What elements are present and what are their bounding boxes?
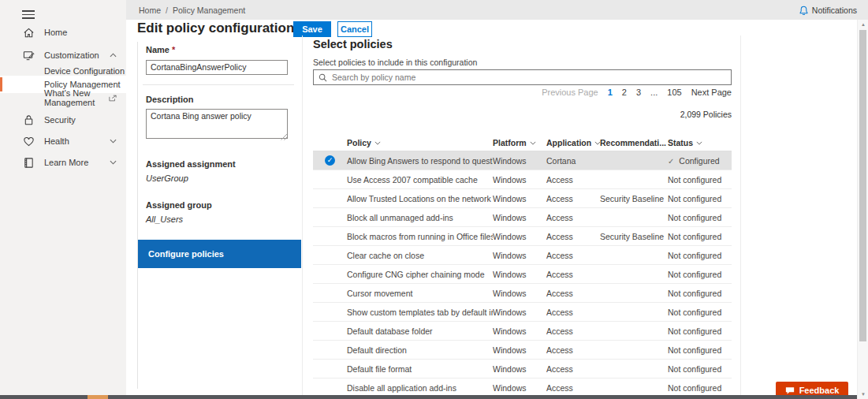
platform-cell: Windows [493,251,546,260]
save-button[interactable]: Save [293,21,331,37]
sort-chevron-icon [594,141,600,145]
sidebar-item-whats-new-management[interactable]: What's New Management [0,89,126,106]
policy-cell: Clear cache on close [347,251,493,260]
table-row[interactable]: ✓ Cursor movement Windows Access ✓ Not c… [313,284,732,303]
header-platform[interactable]: Platform [493,138,546,147]
breadcrumb-separator: / [166,6,168,15]
page-button-2[interactable]: 2 [622,88,627,97]
policy-count: 2,099 Policies [313,110,732,119]
horizontal-scrollbar-marker [88,395,108,399]
vertical-scrollbar[interactable]: ▲ ▼ [857,20,868,399]
name-label: Name * [146,45,292,54]
table-row[interactable]: ✓ Block macros from running in Office fi… [313,227,732,246]
policy-table-body: ✓ Allow Bing Answers to respond to quest… [313,151,732,397]
bell-icon [799,6,808,15]
table-row[interactable]: ✓ Allow Trusted Locations on the network… [313,189,732,208]
row-select-cell[interactable]: ✓ [313,155,347,166]
feedback-bubble-icon [785,386,795,395]
scroll-down-arrow-icon[interactable]: ▼ [858,392,868,397]
table-row[interactable]: ✓ Default direction Windows Access ✓ Not… [313,341,732,360]
status-text: Not configured [668,345,721,355]
table-row[interactable]: ✓ Allow Bing Answers to respond to quest… [313,151,732,170]
horizontal-scrollbar[interactable] [0,395,857,399]
sidebar-item-security[interactable]: Security [0,111,126,129]
name-field[interactable] [146,60,288,75]
table-row[interactable]: ✓ Clear cache on close Windows Access ✓ … [313,246,732,265]
notifications-button[interactable]: Notifications [799,6,857,15]
breadcrumb-home[interactable]: Home [139,6,161,15]
platform-cell: Windows [493,175,546,185]
status-cell: ✓ Not configured [668,345,732,355]
policy-cell: Allow Trusted Locations on the network [347,194,493,203]
heart-icon [23,136,35,147]
status-text: Not configured [668,251,721,260]
application-cell: Access [546,213,600,222]
status-text: Not configured [668,270,721,279]
assigned-assignment-label: Assigned assignment [146,159,292,169]
platform-cell: Windows [493,213,546,222]
page-button-3[interactable]: 3 [636,88,641,97]
platform-cell: Windows [493,156,546,166]
application-cell: Access [546,270,600,279]
page-title: Edit policy configuration [137,21,294,36]
application-cell: Cortana [546,156,600,166]
scroll-up-arrow-icon[interactable]: ▲ [858,22,868,27]
page-button-105[interactable]: 105 [667,88,681,97]
vertical-scrollbar-thumb[interactable] [859,30,866,341]
status-cell: ✓ Configured [668,156,732,166]
search-input[interactable] [332,73,726,82]
policy-cell: Cursor movement [347,289,493,298]
description-field[interactable]: Cortana Bing answer policy [146,109,288,139]
table-row[interactable]: ✓ Default file format Windows Access ✓ N… [313,360,732,378]
search-icon [319,73,327,82]
select-policies-title: Select policies [313,38,393,50]
header-status[interactable]: Status [668,138,732,147]
status-cell: ✓ Not configured [668,213,732,222]
policy-cell: Default direction [347,345,493,355]
status-text: Not configured [668,326,721,336]
application-cell: Access [546,345,600,355]
select-policies-subtitle: Select policies to include in this confi… [313,58,477,67]
breadcrumb-policy-management[interactable]: Policy Management [173,6,245,15]
sidebar-item-customization[interactable]: Customization [0,47,126,64]
status-cell: ✓ Not configured [668,326,732,336]
table-row[interactable]: ✓ Use Access 2007 compatible cache Windo… [313,170,732,189]
status-cell: ✓ Not configured [668,289,732,298]
sidebar-item-home[interactable]: Home [0,24,126,41]
page-button-1[interactable]: 1 [608,88,613,97]
sidebar-item-health[interactable]: Health [0,132,126,150]
header-policy[interactable]: Policy [347,138,493,147]
policy-search-box[interactable] [313,69,732,85]
status-text: Not configured [668,232,721,241]
table-row[interactable]: ✓ Show custom templates tab by default i… [313,303,732,322]
status-text: Not configured [668,289,721,298]
description-label: Description [146,95,292,104]
required-marker: * [172,45,175,54]
sidebar-item-label: Device Configuration [44,66,126,76]
sidebar-item-learn-more[interactable]: Learn More [0,154,126,171]
hamburger-menu-icon[interactable] [22,8,35,17]
header-application[interactable]: Application [546,138,600,147]
assigned-group-label: Assigned group [146,200,292,210]
status-cell: ✓ Not configured [668,175,732,185]
previous-page-button[interactable]: Previous Page [542,88,598,97]
external-link-icon [109,95,117,102]
cancel-button[interactable]: Cancel [337,21,372,37]
form-divider [143,84,294,85]
table-row[interactable]: ✓ Default database folder Windows Access… [313,322,732,341]
application-cell: Access [546,232,600,241]
header-recommendation[interactable]: Recommendati... [600,138,668,147]
policy-configuration-form: Name * Description Cortana Bing answer p… [137,42,300,389]
status-cell: ✓ Not configured [668,194,732,203]
status-text: Not configured [668,213,721,222]
sidebar-item-label: Learn More [44,158,100,167]
configure-policies-step[interactable]: Configure policies [138,240,301,268]
sidebar-item-label: Health [44,136,100,146]
application-cell: Access [546,308,600,317]
notifications-label: Notifications [812,6,857,15]
table-row[interactable]: ✓ Block all unmanaged add-ins Windows Ac… [313,208,732,227]
status-cell: ✓ Not configured [668,251,732,260]
next-page-button[interactable]: Next Page [691,88,732,97]
page-ellipsis: ... [650,88,658,97]
table-row[interactable]: ✓ Configure CNG cipher chaining mode Win… [313,265,732,284]
